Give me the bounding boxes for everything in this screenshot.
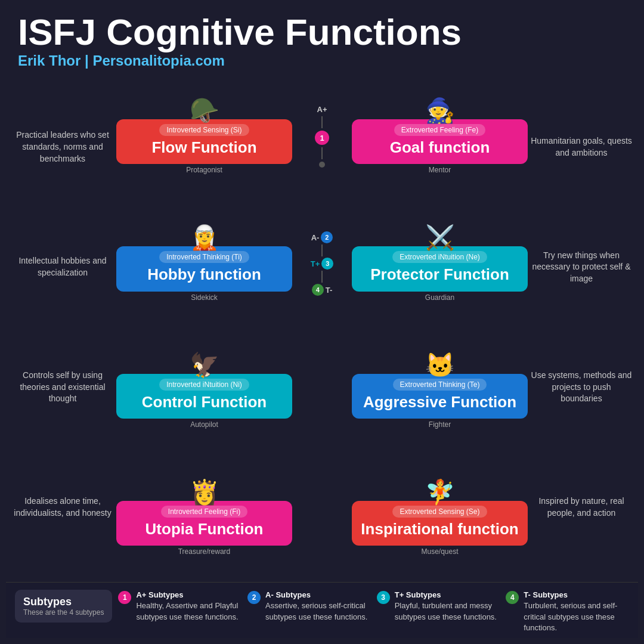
utopia-function-wrapper: 👸 Introverted Feeling (Fi) Utopia Functi… xyxy=(116,480,292,556)
inspirational-function-box: Extroverted Sensing (Se) Inspirational f… xyxy=(352,501,528,546)
utopia-tag: Introverted Feeling (Fi) xyxy=(161,506,247,518)
inspirational-tag: Extroverted Sensing (Se) xyxy=(392,506,487,518)
subtype-label-2: A- Subtypes xyxy=(265,590,371,600)
subtypes-desc: These are the 4 subtypes xyxy=(23,608,104,617)
flow-tag: Introverted Sensing (Si) xyxy=(159,124,249,136)
utopia-role: Treasure/reward xyxy=(178,547,231,556)
main-content: Practical leaders who set standards, nor… xyxy=(6,75,638,579)
control-role: Autopilot xyxy=(190,420,218,429)
protector-emoji: ⚔️ xyxy=(425,225,455,249)
subtype-item-2: 2 A- Subtypes Assertive, serious self-cr… xyxy=(247,590,371,623)
control-emoji: 🦅 xyxy=(190,353,219,377)
protector-function-box: Extroverted iNtuition (Ne) Protector Fun… xyxy=(352,246,528,291)
left-label-2: Intellectual hobbies and specialization xyxy=(12,207,113,327)
header: ISFJ Cognitive Functions Erik Thor | Per… xyxy=(6,12,638,75)
conn2-t4circle: 4 xyxy=(312,284,324,296)
utopia-function-box: Introverted Feeling (Fi) Utopia Function xyxy=(116,501,292,546)
hobby-name: Hobby function xyxy=(122,265,286,284)
row-3: 🦅 Introverted iNtuition (Ni) Control Fun… xyxy=(116,330,528,452)
right-labels: Humanitarian goals, quests and ambitions… xyxy=(531,75,632,579)
left-labels: Practical leaders who set standards, nor… xyxy=(12,75,113,579)
subtype-desc-2: Assertive, serious self-critical subtype… xyxy=(265,601,367,621)
goal-role: Mentor xyxy=(429,166,451,174)
goal-function-box: Extroverted Feeling (Fe) Goal function xyxy=(352,119,528,164)
conn1-circle: 1 xyxy=(315,131,329,145)
hobby-role: Sidekick xyxy=(191,293,218,302)
right-label-1: Humanitarian goals, quests and ambitions xyxy=(531,87,632,207)
control-name: Control Function xyxy=(122,393,286,411)
row-4: 👸 Introverted Feeling (Fi) Utopia Functi… xyxy=(116,457,528,579)
utopia-name: Utopia Function xyxy=(122,520,286,538)
subtype-num-3: 3 xyxy=(377,591,390,604)
protector-name: Protector Function xyxy=(358,265,522,284)
hobby-emoji: 🧝 xyxy=(190,225,219,249)
aggressive-name: Aggressive Function xyxy=(358,393,522,411)
conn2-acircle: 2 xyxy=(321,231,333,243)
main-title: ISFJ Cognitive Functions xyxy=(18,12,626,52)
subtypes-box: Subtypes These are the 4 subtypes xyxy=(15,590,112,623)
flow-emoji: 🪖 xyxy=(190,98,219,122)
aggressive-role: Fighter xyxy=(429,420,451,429)
conn2-t4label: T- xyxy=(326,286,333,295)
conn2-line2 xyxy=(321,271,323,283)
goal-emoji: 🧙 xyxy=(425,98,455,122)
subtype-item-1: 1 A+ Subtypes Healthy, Assertive and Pla… xyxy=(118,590,242,623)
subtypes-bar: Subtypes These are the 4 subtypes 1 A+ S… xyxy=(6,582,638,638)
conn1-top-label: A+ xyxy=(317,105,327,114)
goal-name: Goal function xyxy=(358,138,522,157)
subtype-num-4: 4 xyxy=(506,591,519,604)
subtype-text-3: T+ Subtypes Playful, turbulent and messy… xyxy=(395,590,500,623)
subtypes-title: Subtypes xyxy=(23,596,104,608)
subtype-text-4: T- Subtypes Turbulent, serious and self-… xyxy=(524,590,629,633)
inspirational-function-wrapper: 🧚 Extroverted Sensing (Se) Inspirational… xyxy=(352,480,528,556)
subtype-desc-3: Playful, turbulent and messy subtypes us… xyxy=(395,601,497,621)
conn2-line1 xyxy=(321,244,323,256)
conn2-t3circle: 3 xyxy=(321,258,333,270)
conn2-alabel: A- xyxy=(311,233,320,242)
left-label-3: Controls self by using theories and exis… xyxy=(12,327,113,447)
aggressive-tag: Extroverted Thinking (Te) xyxy=(393,379,487,391)
inspirational-name: Inspirational function xyxy=(358,520,522,538)
flow-function-box: Introverted Sensing (Si) Flow Function xyxy=(116,119,292,164)
protector-role: Guardian xyxy=(425,293,454,302)
control-function-wrapper: 🦅 Introverted iNtuition (Ni) Control Fun… xyxy=(116,353,292,429)
subtype-label-3: T+ Subtypes xyxy=(395,590,500,600)
hobby-function-wrapper: 🧝 Introverted Thinking (Ti) Hobby functi… xyxy=(116,225,292,301)
goal-function-wrapper: 🧙 Extroverted Feeling (Fe) Goal function… xyxy=(352,98,528,174)
protector-function-wrapper: ⚔️ Extroverted iNtuition (Ne) Protector … xyxy=(352,225,528,301)
conn1-line-top xyxy=(321,116,323,128)
hobby-function-box: Introverted Thinking (Ti) Hobby function xyxy=(116,246,292,291)
utopia-emoji: 👸 xyxy=(190,480,219,504)
subtype-num-1: 1 xyxy=(118,591,131,604)
right-label-3: Use systems, methods and projects to pus… xyxy=(531,327,632,447)
right-label-2: Try new things when necessary to protect… xyxy=(531,207,632,327)
flow-function-wrapper: 🪖 Introverted Sensing (Si) Flow Function… xyxy=(116,98,292,174)
aggressive-function-box: Extroverted Thinking (Te) Aggressive Fun… xyxy=(352,374,528,419)
subtype-label-4: T- Subtypes xyxy=(524,590,629,600)
conn1-line-bot xyxy=(321,147,323,159)
right-label-4: Inspired by nature, real people, and act… xyxy=(531,447,632,567)
flow-role: Protagonist xyxy=(186,166,222,174)
left-label-4: Idealises alone time, individualists, an… xyxy=(12,447,113,567)
functions-grid: 🪖 Introverted Sensing (Si) Flow Function… xyxy=(113,75,531,579)
protector-tag: Extroverted iNtuition (Ne) xyxy=(392,251,487,263)
subtype-item-4: 4 T- Subtypes Turbulent, serious and sel… xyxy=(506,590,629,633)
flow-name: Flow Function xyxy=(122,138,286,157)
connector-1: A+ 1 xyxy=(298,105,346,168)
subtype-text-2: A- Subtypes Assertive, serious self-crit… xyxy=(265,590,371,623)
hobby-tag: Introverted Thinking (Ti) xyxy=(159,251,249,263)
subtype-desc-4: Turbulent, serious and self-critical sub… xyxy=(524,601,617,631)
left-label-1: Practical leaders who set standards, nor… xyxy=(12,87,113,207)
conn2-t3label: T+ xyxy=(311,259,320,268)
inspirational-role: Muse/quest xyxy=(421,547,458,556)
aggressive-emoji: 🐱 xyxy=(425,353,455,377)
subtype-desc-1: Healthy, Assertive and Playful subtypes … xyxy=(136,601,238,621)
sub-title: Erik Thor | Personalitopia.com xyxy=(18,52,626,69)
inspirational-emoji: 🧚 xyxy=(425,480,455,504)
aggressive-function-wrapper: 🐱 Extroverted Thinking (Te) Aggressive F… xyxy=(352,353,528,429)
subtype-label-1: A+ Subtypes xyxy=(136,590,242,600)
control-function-box: Introverted iNtuition (Ni) Control Funct… xyxy=(116,374,292,419)
subtype-text-1: A+ Subtypes Healthy, Assertive and Playf… xyxy=(136,590,242,623)
conn1-dot xyxy=(319,162,325,168)
subtype-num-2: 2 xyxy=(247,591,261,604)
